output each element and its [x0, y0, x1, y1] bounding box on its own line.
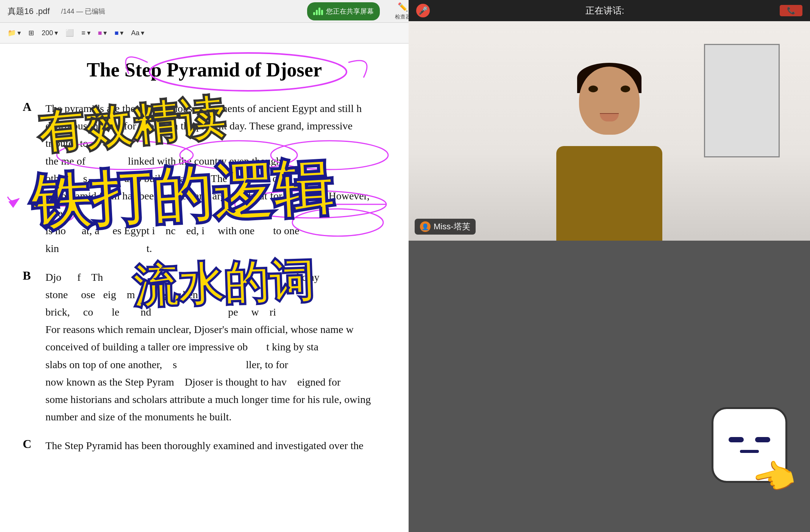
- article-title: The Step Pyramid of Djoser: [23, 59, 386, 81]
- color2-icon: ■: [114, 29, 119, 37]
- text-dropdown-icon: ▾: [141, 29, 144, 37]
- grid-icon: ⊞: [28, 29, 34, 37]
- teacher-video: [515, 51, 704, 241]
- cartoon-eye-left: [729, 437, 744, 442]
- video-panel: 🎤 正在讲话: 📞 👤 Miss-塔芙: [409, 0, 810, 532]
- folder-icon: 📁: [8, 29, 16, 37]
- article-title-container: The Step Pyramid of Djoser: [23, 59, 386, 81]
- cartoon-face-container: 👈: [712, 407, 787, 483]
- cartoon-mouth: [740, 450, 759, 453]
- overlay-text-liushuide-ci: 流水的词: [131, 250, 315, 319]
- cartoon-eye-right: [755, 437, 770, 442]
- color2-dropdown-icon: ▾: [120, 29, 123, 37]
- folder-arrow: ▾: [17, 29, 21, 37]
- page-view-icon: ⬜: [66, 29, 74, 37]
- folder-btn[interactable]: 📁 ▾: [8, 29, 21, 37]
- person-head: [579, 67, 640, 135]
- color1-dropdown-icon: ▾: [103, 29, 107, 37]
- second-toolbar: 📁 ▾ ⊞ 200 ▾ ⬜ ≡ ▾ ■ ▾ ■ ▾ Aa ▾: [0, 23, 409, 44]
- video-feed: 👤 Miss-塔芙: [409, 21, 810, 241]
- signal-bars-icon: [313, 8, 323, 15]
- video-header: 🎤 正在讲话: 📞: [409, 0, 810, 21]
- zoom-level-btn[interactable]: 200 ▾: [42, 29, 58, 37]
- speaking-label: 正在讲话:: [585, 5, 624, 17]
- para-c-text: The Step Pyramid has been thoroughly exa…: [45, 437, 364, 454]
- filename-label: 真题16 .pdf: [8, 6, 50, 17]
- zoom-level-label: 200: [42, 29, 53, 37]
- teacher-name-badge: 👤 Miss-塔芙: [415, 219, 476, 235]
- page-view-btn[interactable]: ⬜: [66, 29, 74, 37]
- zoom-dropdown-icon: ▾: [55, 29, 58, 37]
- cartoon-eyes: [729, 437, 770, 442]
- para-b-label: B: [23, 269, 38, 426]
- inspector-icon: ✏️: [398, 2, 408, 12]
- mic-icon: 🎤: [416, 4, 430, 17]
- align-btn[interactable]: ≡ ▾: [81, 29, 91, 37]
- teacher-name-label: Miss-塔芙: [434, 221, 470, 232]
- para-c-label: C: [23, 437, 38, 454]
- avatar-icon: 👤: [420, 221, 431, 232]
- page-info-label: /144 — 已编辑: [61, 7, 105, 16]
- bookshelf: [704, 44, 780, 157]
- sharing-badge: 您正在共享屏幕: [307, 2, 380, 20]
- text-icon: Aa: [131, 29, 139, 37]
- paragraph-c-section: C The Step Pyramid has been thoroughly e…: [23, 437, 386, 454]
- overlay-text-tiedade-luoji: 铁打的逻辑: [28, 147, 335, 245]
- sharing-text: 您正在共享屏幕: [326, 7, 374, 16]
- color1-btn[interactable]: ■ ▾: [98, 29, 107, 37]
- align-icon: ≡: [81, 29, 86, 37]
- grid-btn[interactable]: ⊞: [28, 29, 34, 37]
- person-body: [556, 146, 662, 241]
- align-dropdown-icon: ▾: [87, 29, 91, 37]
- color2-btn[interactable]: ■ ▾: [114, 29, 123, 37]
- color1-icon: ■: [98, 29, 102, 37]
- text-btn[interactable]: Aa ▾: [131, 29, 144, 37]
- end-call-icon[interactable]: 📞: [780, 5, 802, 16]
